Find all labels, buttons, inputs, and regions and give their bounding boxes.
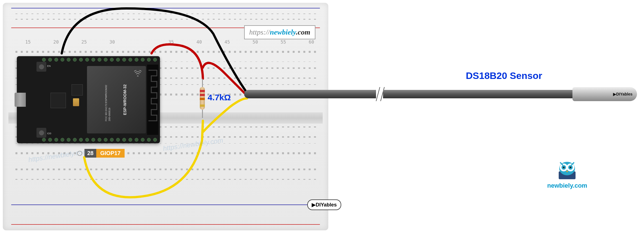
svg-rect-16 bbox=[15, 177, 317, 180]
io0-button bbox=[36, 128, 46, 138]
svg-rect-2 bbox=[15, 17, 317, 20]
usb-port-icon bbox=[15, 93, 26, 107]
esp32-rf-shield: FCC 9D:2AC72:ESPWROOM32 205-000519 ESP-W… bbox=[87, 66, 146, 133]
pullup-resistor bbox=[200, 79, 205, 118]
svg-rect-17 bbox=[15, 208, 317, 211]
owl-icon bbox=[553, 157, 581, 180]
sensor-label: DS18B20 Sensor bbox=[466, 70, 542, 81]
esp32-module-text: FCC 9D:2AC72:ESPWROOM32 205-000519 bbox=[105, 85, 111, 121]
io0-label: IO0 bbox=[47, 132, 51, 135]
esp32-top-pin-header bbox=[42, 58, 157, 62]
chip-icon bbox=[51, 93, 66, 108]
antenna-icon bbox=[147, 65, 158, 135]
chip-icon bbox=[72, 84, 83, 96]
svg-rect-15 bbox=[15, 169, 317, 171]
esp32-bottom-pin-header bbox=[42, 138, 157, 142]
esp32-model-label: ESP-WROOM-32 bbox=[123, 84, 127, 115]
esp32-board: EN IO0 FCC 9D:2AC72:ESPWROOM32 205-00051… bbox=[17, 56, 160, 143]
svg-point-25 bbox=[563, 167, 565, 168]
svg-rect-1 bbox=[15, 11, 317, 14]
en-button bbox=[36, 62, 46, 72]
sensor-brand: ▶DIYables bbox=[613, 92, 632, 96]
svg-rect-14 bbox=[15, 160, 317, 163]
pin-gpio-name: GIOP17 bbox=[96, 149, 124, 158]
newbiely-logo: newbiely.com bbox=[547, 157, 587, 189]
capacitor-icon bbox=[73, 98, 79, 106]
newbiely-text: newbiely.com bbox=[547, 182, 587, 189]
en-label: EN bbox=[47, 65, 51, 67]
svg-point-26 bbox=[570, 167, 571, 168]
svg-rect-3 bbox=[15, 51, 317, 53]
wiring-diagram: 15 20 25 30 35 40 45 50 55 60 bbox=[0, 0, 644, 234]
diyables-badge: ▶DIYables bbox=[307, 199, 341, 210]
sensor-probe-icon: ▶DIYables bbox=[572, 87, 637, 101]
wifi-icon bbox=[134, 70, 142, 77]
sensor-cable: ▶DIYables bbox=[244, 87, 637, 101]
resistor-value-label: 4.7kΩ bbox=[208, 93, 231, 102]
source-url: https://newbiely.com bbox=[244, 25, 315, 39]
svg-rect-18 bbox=[15, 213, 317, 216]
